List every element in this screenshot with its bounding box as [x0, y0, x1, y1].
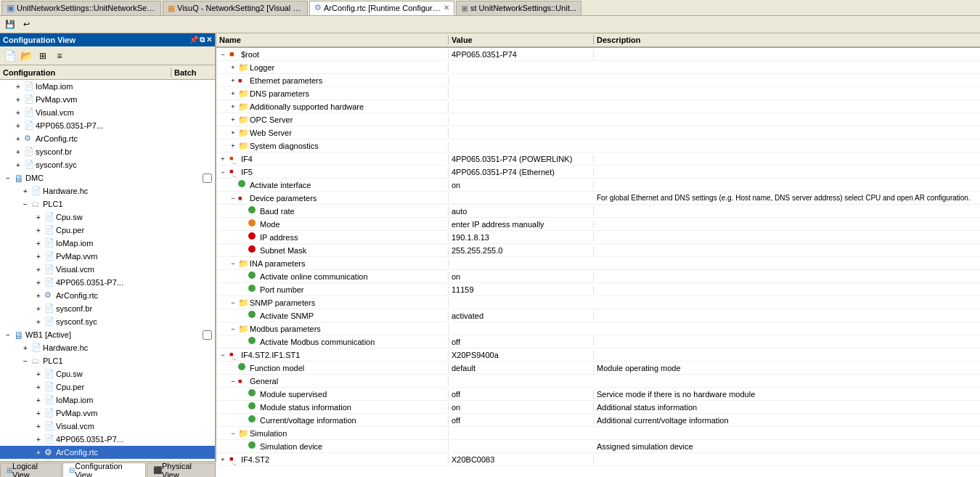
- expand-icon[interactable]: +: [33, 421, 44, 431]
- tree-container[interactable]: + 📄 IoMap.iom + 📄 PvMap.vvm + 📄 Visual.v…: [0, 80, 215, 467]
- expand-icon[interactable]: +: [228, 115, 238, 125]
- grid-row-ina[interactable]: − 📁 INA parameters: [216, 257, 980, 270]
- tab-configuration-view[interactable]: ⊟ Configuration View: [62, 462, 146, 477]
- grid-row-general[interactable]: − ■ 📁 General: [216, 375, 980, 388]
- open-button[interactable]: 📂: [18, 48, 34, 64]
- cell-value[interactable]: auto: [449, 207, 594, 216]
- grid-row-web[interactable]: + 📁 Web Server: [216, 126, 980, 139]
- grid-row-if4st2[interactable]: − ■ 🔌 IF4.ST2.IF1.ST1 X20PS9400a: [216, 348, 980, 362]
- grid-row-activate-modbus[interactable]: · Activate Modbus communication off: [216, 335, 980, 348]
- grid-row-simulation[interactable]: − 📁 Simulation: [216, 427, 980, 440]
- tree-item[interactable]: + 📄 PvMap.vvm: [0, 250, 215, 263]
- expand-icon[interactable]: −: [218, 49, 228, 60]
- expand-icon[interactable]: +: [13, 134, 23, 144]
- expand-icon[interactable]: +: [228, 128, 238, 138]
- expand-icon[interactable]: +: [33, 434, 44, 444]
- tree-item[interactable]: + 📄 IoMap.iom: [0, 237, 215, 250]
- tree-plc1-dmc[interactable]: − 🗂 PLC1: [0, 197, 215, 211]
- undo-button[interactable]: ↩: [19, 17, 33, 32]
- new-button[interactable]: 📄: [1, 48, 17, 64]
- grid-row-hw[interactable]: + 📁 Additionally supported hardware: [216, 100, 980, 113]
- float-icon[interactable]: ⧉: [200, 36, 205, 44]
- expand-icon[interactable]: +: [228, 62, 238, 73]
- expand-icon[interactable]: +: [228, 89, 238, 99]
- grid-row-activate-snmp[interactable]: · Activate SNMP activated: [216, 309, 980, 322]
- tree-item[interactable]: + 📄 PvMap.vvm: [0, 93, 215, 106]
- tab-unit2[interactable]: ▣ st UnitNetworkSettings::Unit...: [456, 1, 581, 15]
- cell-value[interactable]: enter IP address manually: [449, 220, 594, 229]
- expand-icon[interactable]: +: [33, 225, 44, 235]
- cell-value[interactable]: on: [449, 272, 594, 281]
- expand-icon[interactable]: +: [20, 186, 30, 196]
- tree-item[interactable]: + ⚙ ArConfig.rtc: [0, 289, 215, 302]
- tree-item[interactable]: + 📄 sysconf.syc: [0, 315, 215, 328]
- tab-arconfig[interactable]: ⚙ ArConfig.rtc [Runtime Configuration]* …: [309, 1, 454, 15]
- cell-value[interactable]: activated: [449, 311, 594, 320]
- grid-view-button[interactable]: ⊞: [35, 48, 51, 64]
- expand-icon[interactable]: +: [13, 147, 23, 157]
- tree-item[interactable]: + 📄 Visual.vcm: [0, 263, 215, 276]
- cell-value[interactable]: default: [449, 364, 594, 372]
- tree-item[interactable]: + 📄 Cpu.sw: [0, 211, 215, 224]
- expand-icon[interactable]: +: [228, 76, 238, 86]
- tab-var-decl[interactable]: ▣ UnitNetworkSettings::UnitNetworkSettin…: [1, 1, 161, 15]
- tree-item[interactable]: + 📄 Visual.vcm: [0, 420, 215, 433]
- tree-item[interactable]: + 📄 Hardware.hc: [0, 184, 215, 197]
- tree-item[interactable]: + 📄 4PP065.0351-P7...: [0, 276, 215, 289]
- grid-row-sim-device[interactable]: · Simulation device Assigned simulation …: [216, 440, 980, 453]
- expand-icon[interactable]: +: [33, 212, 44, 222]
- tree-group-dmc[interactable]: − 🖥 DMC: [0, 171, 215, 184]
- tree-item[interactable]: + 📄 Cpu.per: [0, 224, 215, 237]
- expand-icon[interactable]: +: [33, 317, 44, 327]
- expand-icon[interactable]: +: [13, 121, 23, 131]
- cell-value[interactable]: on: [449, 181, 594, 189]
- grid-row-sysdiag[interactable]: + 📁 System diagnostics: [216, 139, 980, 152]
- tree-item[interactable]: + 📄 Hardware.hc: [0, 341, 215, 354]
- grid-row-if5[interactable]: − ■ 🔌 IF5 4PP065.0351-P74 (Ethernet): [216, 166, 980, 179]
- grid-row-opc[interactable]: + 📁 OPC Server: [216, 113, 980, 126]
- tab-close-arconfig[interactable]: ✕: [444, 4, 449, 12]
- cell-value[interactable]: off: [449, 338, 594, 346]
- cell-value[interactable]: 190.1.8.13: [449, 233, 594, 242]
- grid-row-voltage-info[interactable]: · Current/voltage information off Additi…: [216, 414, 980, 427]
- tree-item[interactable]: + 📄 Cpu.per: [0, 380, 215, 394]
- cell-value[interactable]: off: [449, 416, 594, 425]
- tab-visuq[interactable]: ▦ VisuQ - NetworkSetting2 [Visual Compon…: [163, 1, 308, 15]
- expand-icon[interactable]: +: [33, 277, 44, 288]
- grid-row-ethernet[interactable]: + ■ 📁 Ethernet parameters: [216, 74, 980, 87]
- expand-icon[interactable]: −: [218, 167, 228, 177]
- grid-row-if4[interactable]: + ■ 🔌 IF4 4PP065.0351-P74 (POWERLINK): [216, 152, 980, 166]
- cell-value[interactable]: off: [449, 390, 594, 399]
- expand-icon[interactable]: −: [228, 298, 238, 308]
- close-panel-icon[interactable]: ✕: [206, 36, 212, 44]
- grid-row-activate-online[interactable]: · Activate online communication on: [216, 270, 980, 283]
- tree-item[interactable]: + 📄 IoMap.iom: [0, 394, 215, 407]
- expand-icon[interactable]: −: [228, 258, 238, 269]
- grid-row-ip[interactable]: · IP address 190.1.8.13: [216, 231, 980, 244]
- tree-item-arconfig-selected[interactable]: + ⚙ ArConfig.rtc: [0, 446, 215, 459]
- tree-item[interactable]: + 📄 sysconf.syc: [0, 158, 215, 171]
- expand-icon[interactable]: +: [228, 141, 238, 151]
- grid-row-module-supervised[interactable]: · Module supervised off Service mode if …: [216, 388, 980, 401]
- grid-row-subnet[interactable]: · Subnet Mask 255.255.255.0: [216, 244, 980, 257]
- expand-icon[interactable]: −: [228, 428, 238, 439]
- tree-item[interactable]: + ⚙ ArConfig.rtc: [0, 132, 215, 145]
- expand-icon[interactable]: +: [13, 160, 23, 170]
- tree-item[interactable]: + 📄 4PP065.0351-P7...: [0, 119, 215, 132]
- cell-value[interactable]: on: [449, 403, 594, 412]
- grid-row-if4st2-last[interactable]: + ■ 🔌 IF4.ST2 X20BC0083: [216, 453, 980, 466]
- grid-body[interactable]: − ■ $root 4PP065.0351-P74 + 📁 Logger: [216, 48, 980, 477]
- expand-icon[interactable]: +: [33, 264, 44, 274]
- grid-row-snmp[interactable]: − 📁 SNMP parameters: [216, 296, 980, 309]
- grid-row-baud[interactable]: · Baud rate auto: [216, 205, 980, 218]
- expand-icon[interactable]: +: [33, 408, 44, 418]
- expand-icon[interactable]: −: [228, 193, 238, 203]
- tree-item[interactable]: + 📄 sysconf.br: [0, 145, 215, 158]
- expand-icon[interactable]: +: [33, 369, 44, 379]
- expand-icon[interactable]: +: [13, 81, 23, 91]
- tab-physical-view[interactable]: ⬛ Physical View: [147, 462, 216, 477]
- tree-item[interactable]: + 📄 Cpu.sw: [0, 367, 215, 380]
- cell-value[interactable]: 255.255.255.0: [449, 246, 594, 255]
- expand-icon[interactable]: −: [228, 324, 238, 334]
- expand-icon[interactable]: +: [33, 447, 44, 457]
